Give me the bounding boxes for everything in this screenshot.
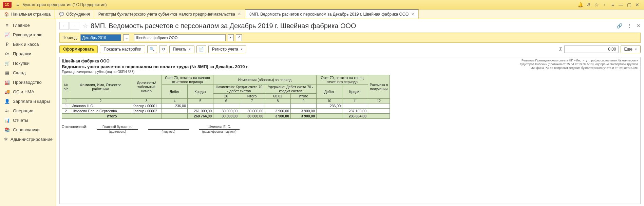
chart-icon: 📈 [4, 32, 10, 37]
main-menu-icon[interactable]: ≡ [16, 2, 19, 7]
cell: 236,00 [317, 104, 342, 109]
tab-active-report[interactable]: 8МП. Ведомость расчетов с персоналом за … [245, 9, 419, 19]
print-button[interactable]: Печать [169, 45, 194, 53]
nav-back-button[interactable]: ← [59, 22, 69, 30]
sum-display: 0,00 [564, 45, 619, 53]
person-icon: 👤 [4, 99, 10, 104]
tab-close-icon[interactable]: ✕ [238, 12, 241, 16]
factory-icon: 🏭 [4, 80, 10, 85]
signatures-block: Ответственный: Главный бухгалтер (должно… [62, 125, 638, 133]
nav-forward-button[interactable]: → [70, 22, 79, 30]
sidebar-item-bank[interactable]: ₽Банк и касса [0, 39, 56, 49]
sidebar-item-label: Зарплата и кадры [13, 99, 50, 104]
sidebar-item-label: ОС и НМА [13, 89, 34, 94]
period-value: Декабрь 2019 [81, 35, 121, 41]
menu-icon: ≡ [4, 23, 10, 28]
organization-input[interactable]: Швейная фабрика ООО [134, 34, 226, 41]
sidebar-item-catalogs[interactable]: 📚Справочники [0, 125, 56, 134]
zoom-reset-button[interactable]: ⟲ [159, 45, 167, 53]
cell: 260 764,00 [188, 114, 213, 119]
link-icon[interactable]: 🔗 [617, 23, 622, 29]
tab-registers-label: Регистры бухгалтерского учета субъектов … [98, 12, 235, 17]
sidebar-item-reports[interactable]: 📊Отчеты [0, 115, 56, 125]
th-itogo1: Итого [239, 94, 265, 99]
gear-icon: ✲ [4, 137, 8, 142]
colnum: 1 [62, 99, 70, 104]
sidebar-item-manager[interactable]: 📈Руководителю [0, 30, 56, 39]
cell [368, 104, 390, 109]
th-rasp: Расписка в получении [368, 75, 390, 99]
more-lines-icon[interactable]: ≡ [609, 2, 617, 7]
kebab-icon[interactable]: ⋮ [627, 23, 632, 29]
colnum: 4 [162, 99, 188, 104]
period-picker-button[interactable]: … [123, 34, 129, 41]
th-debit: Дебет [162, 85, 188, 99]
cell-n: 1 [62, 104, 70, 109]
tab-discussions[interactable]: 💬 Обсуждения [55, 10, 94, 19]
name-label: (расшифровка подписи) [199, 129, 240, 133]
cell [317, 109, 342, 114]
circle-icon[interactable]: ◦ [601, 2, 609, 7]
close-window-icon[interactable]: ✕ [633, 2, 641, 7]
dtkt-icon: Дт [4, 109, 10, 112]
sidebar-item-purchases[interactable]: 🛒Покупки [0, 58, 56, 68]
colnum: 7 [239, 99, 265, 104]
sidebar: ≡Главное 📈Руководителю ₽Банк и касса 🛍Пр… [0, 19, 56, 206]
sidebar-item-label: Руководителю [13, 32, 42, 37]
cell: 236,00 [162, 104, 188, 109]
table-row[interactable]: 2 Шмелева Елена Сергеевна Кассир / 00002… [62, 109, 390, 114]
zoom-in-button[interactable]: 🔍 [147, 45, 157, 53]
sidebar-item-label: Справочники [13, 127, 40, 132]
history-icon[interactable]: ↺ [584, 2, 592, 7]
app-logo: 1C [3, 2, 12, 8]
tabs-bar: 🏠 Начальная страница 💬 Обсуждения Регист… [0, 10, 644, 19]
export-button[interactable]: 📄 [196, 45, 206, 53]
form-button[interactable]: Сформировать [59, 45, 98, 53]
sidebar-item-operations[interactable]: ДтОперации [0, 106, 56, 115]
close-icon[interactable]: ✕ [637, 23, 641, 29]
column-numbers-row: 1 2 3 4 5 6 7 8 9 10 11 12 [62, 99, 390, 104]
th-credit: Кредит [188, 85, 213, 99]
table-row[interactable]: 1 Иванова Н.С. Кассир / 00001 236,00 236… [62, 104, 390, 109]
cell: 286 864,00 [342, 114, 368, 119]
cell: 261 000,00 [188, 109, 213, 114]
tab-registers[interactable]: Регистры бухгалтерского учета субъектов … [94, 10, 245, 19]
org-dropdown-button[interactable]: ▾ [228, 34, 234, 41]
colnum: 9 [291, 99, 317, 104]
cell: 3 900,00 [291, 114, 317, 119]
cell [368, 114, 390, 119]
maximize-icon[interactable]: ▢ [625, 2, 633, 7]
position-label: (должность) [97, 129, 138, 133]
cell [239, 104, 265, 109]
sidebar-item-assets[interactable]: 🚚ОС и НМА [0, 87, 56, 96]
register-button[interactable]: Регистр учета [208, 45, 246, 53]
report-resolution: Решение Президентского совета НП «Инстит… [520, 59, 638, 75]
sidebar-item-production[interactable]: 🏭Производство [0, 77, 56, 87]
star-icon[interactable]: ☆ [592, 2, 601, 7]
more-button[interactable]: Еще [621, 45, 641, 53]
th-withheld: Удержано: Дебет счета 70 - кредит счетов [265, 85, 317, 94]
cell-fio: Иванова Н.С. [70, 104, 131, 109]
responsible-label: Ответственный: [62, 125, 87, 129]
sidebar-item-main[interactable]: ≡Главное [0, 20, 56, 30]
document-title: 8МП. Ведомость расчетов с персоналом за … [91, 22, 356, 30]
report-table: № п/п Фамилия, Имя, Отчество работника Д… [62, 75, 390, 119]
books-icon: 📚 [4, 127, 10, 132]
resolution-line: Минфина РФ по вопросам ведения бухгалтер… [520, 66, 638, 70]
bell-icon[interactable]: 🔔 [576, 2, 584, 7]
sidebar-item-admin[interactable]: ✲Администрирование [0, 134, 56, 144]
report-unit: Единица измерения: рубль (код по ОКЕИ 38… [62, 70, 249, 74]
show-settings-button[interactable]: Показать настройки [100, 45, 145, 53]
action-bar: Сформировать Показать настройки 🔍 ⟲ Печа… [59, 44, 641, 54]
sidebar-item-warehouse[interactable]: ▦Склад [0, 68, 56, 77]
tab-home[interactable]: 🏠 Начальная страница [0, 10, 55, 19]
sidebar-item-sales[interactable]: 🛍Продажи [0, 49, 56, 58]
org-open-button[interactable]: ↗ [236, 34, 242, 41]
tab-close-icon[interactable]: ✕ [411, 12, 414, 17]
minimize-icon[interactable]: — [617, 2, 625, 7]
period-input[interactable]: Декабрь 2019 [80, 34, 121, 41]
favorite-star-icon[interactable]: ☆ [82, 22, 88, 30]
sidebar-item-salary[interactable]: 👤Зарплата и кадры [0, 96, 56, 106]
sign-label: (подпись) [148, 129, 189, 133]
sigma-icon: Σ [559, 46, 562, 52]
